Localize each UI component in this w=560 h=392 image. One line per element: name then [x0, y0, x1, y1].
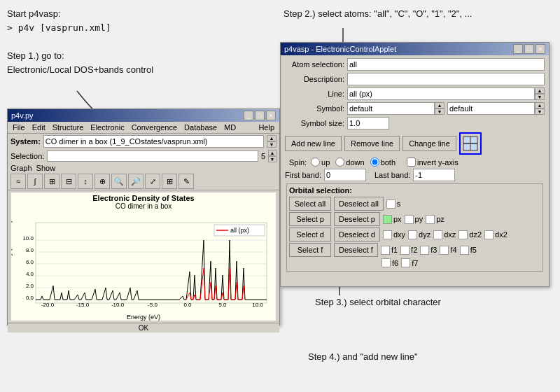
change-line-btn[interactable]: Change line	[402, 136, 456, 151]
toolbar-icon-10[interactable]: ⊞	[162, 174, 177, 189]
graph-show-bar: Graph Show	[8, 163, 279, 173]
ec-titlebar-buttons: _ □ ×	[513, 44, 545, 54]
system-spin-down[interactable]: ▼	[267, 141, 276, 148]
symbol2-spin-up[interactable]: ▲	[535, 102, 545, 108]
step1-detail: Electronic/Local DOS+bands control	[7, 63, 153, 77]
symbol-input1[interactable]	[347, 102, 435, 115]
py-checkbox[interactable]	[405, 215, 414, 224]
ec-minimize-btn[interactable]: _	[513, 44, 523, 54]
toolbar-icon-1[interactable]: ≈	[10, 174, 26, 189]
deselect-f-btn[interactable]: Deselect f	[334, 243, 378, 257]
ec-content: Atom selection: Description: Line: ▲ ▼ S…	[281, 55, 549, 276]
symbolsize-input[interactable]	[347, 117, 389, 130]
orbital-row-f: Select f Deselect f f1 f2 f3 f4	[289, 243, 540, 257]
menu-database[interactable]: Database	[181, 122, 220, 132]
f2-checkbox[interactable]	[400, 246, 410, 255]
toolbar-icon-4[interactable]: ⊟	[61, 174, 76, 189]
pz-checkbox[interactable]	[426, 215, 435, 224]
lastband-input[interactable]	[413, 169, 455, 181]
dxy-checkbox-label: dxy	[383, 230, 405, 239]
selection-spin-down[interactable]: ▼	[268, 156, 276, 162]
remove-line-btn[interactable]: Remove line	[344, 136, 400, 151]
f6-checkbox[interactable]	[382, 258, 391, 267]
f4-checkbox-label: f4	[440, 246, 456, 255]
deselect-all-btn[interactable]: Deselect all	[334, 197, 384, 211]
selection-num: 5	[261, 152, 265, 160]
select-p-btn[interactable]: Select p	[289, 212, 331, 226]
system-spin-up[interactable]: ▲	[267, 135, 276, 141]
system-row: System: ▲ ▼	[8, 134, 279, 149]
selection-spin-up[interactable]: ▲	[268, 150, 276, 156]
pz-checkbox-label: pz	[426, 215, 444, 224]
f7-checkbox-label: f7	[401, 258, 418, 267]
system-input[interactable]	[43, 135, 264, 148]
ec-close-btn[interactable]: ×	[536, 44, 545, 54]
menu-electronic[interactable]: Electronic	[88, 122, 127, 132]
dxy-checkbox[interactable]	[383, 230, 392, 239]
desc-input[interactable]	[347, 73, 545, 85]
invert-yaxis-checkbox[interactable]	[407, 158, 416, 167]
dyz-checkbox[interactable]	[408, 230, 417, 239]
toolbar-icon-7[interactable]: 🔍	[111, 174, 127, 189]
minimize-btn[interactable]: _	[244, 111, 253, 120]
maximize-btn[interactable]: □	[255, 111, 265, 120]
symbol1-spin-up[interactable]: ▲	[435, 102, 444, 108]
f3-checkbox[interactable]	[420, 246, 429, 255]
line-spin-up[interactable]: ▲	[535, 88, 545, 94]
add-new-line-btn[interactable]: Add new line	[285, 136, 342, 151]
select-d-btn[interactable]: Select d	[289, 227, 331, 241]
menu-convergence[interactable]: Convergence	[129, 122, 180, 132]
toolbar-icon-6[interactable]: ⊕	[94, 174, 110, 189]
svg-text:all (px): all (px)	[230, 227, 249, 234]
icon-toolbar: ≈ ∫ ⊞ ⊟ ↕ ⊕ 🔍 🔎 ⤢ ⊞ ✎	[8, 173, 279, 190]
px-checkbox[interactable]	[383, 215, 392, 224]
line-input[interactable]	[347, 88, 535, 100]
step4-instructions: Step 4.) and "add new line"	[308, 350, 418, 364]
line-spin-down[interactable]: ▼	[535, 94, 545, 100]
menu-edit[interactable]: Edit	[29, 122, 48, 132]
symbol2-spin-down[interactable]: ▼	[535, 108, 545, 115]
invert-yaxis-text: invert y-axis	[417, 158, 458, 167]
menu-file[interactable]: File	[10, 122, 28, 132]
dos-chart-svg: 0.0 2.0 4.0 6.0 8.0 10.0 -20.0 -15.0 -10…	[11, 212, 276, 310]
menu-structure[interactable]: Structure	[50, 122, 87, 132]
atom-input[interactable]	[347, 58, 545, 71]
menu-help[interactable]: Help	[255, 122, 277, 132]
selection-input[interactable]	[47, 150, 258, 162]
symbol-input2[interactable]	[447, 102, 535, 115]
toolbar-icon-9[interactable]: ⤢	[145, 174, 160, 189]
spin-both-radio[interactable]	[370, 158, 379, 167]
dyz-checkbox-label: dyz	[408, 230, 430, 239]
f3-label: f3	[430, 246, 437, 254]
spin-up-radio[interactable]	[311, 158, 320, 167]
invert-yaxis-label: invert y-axis	[407, 158, 458, 167]
start-cmd: > p4v [vasprun.xml]	[7, 21, 111, 35]
dz2-checkbox[interactable]	[458, 230, 468, 239]
menu-md[interactable]: MD	[221, 122, 239, 132]
toolbar-icon-5[interactable]: ↕	[78, 174, 93, 189]
symbol1-spin-down[interactable]: ▼	[435, 108, 444, 115]
dxz-checkbox[interactable]	[433, 230, 442, 239]
close-btn[interactable]: ×	[266, 111, 276, 120]
toolbar-icon-11[interactable]: ✎	[178, 174, 194, 189]
f2-label: f2	[411, 246, 417, 254]
f1-checkbox[interactable]	[381, 246, 390, 255]
dx2-checkbox[interactable]	[484, 230, 493, 239]
toolbar-icon-3[interactable]: ⊞	[44, 174, 59, 189]
f6-checkbox-label: f6	[382, 258, 398, 267]
select-all-btn[interactable]: Select all	[289, 197, 331, 211]
pz-label: pz	[436, 215, 444, 223]
ec-maximize-btn[interactable]: □	[524, 44, 534, 54]
deselect-p-btn[interactable]: Deselect p	[334, 212, 380, 226]
deselect-d-btn[interactable]: Deselect d	[334, 227, 380, 241]
toolbar-icon-2[interactable]: ∫	[27, 174, 43, 189]
firstband-input[interactable]	[324, 169, 366, 181]
s-checkbox[interactable]	[386, 200, 396, 209]
f5-checkbox[interactable]	[460, 246, 469, 255]
toolbar-icon-8[interactable]: 🔎	[128, 174, 144, 189]
select-f-btn[interactable]: Select f	[289, 243, 331, 257]
spin-down-radio[interactable]	[335, 158, 344, 167]
orbital-section: Orbital selection: Select all Deselect a…	[286, 183, 543, 272]
f7-checkbox[interactable]	[401, 258, 410, 267]
f4-checkbox[interactable]	[440, 246, 449, 255]
